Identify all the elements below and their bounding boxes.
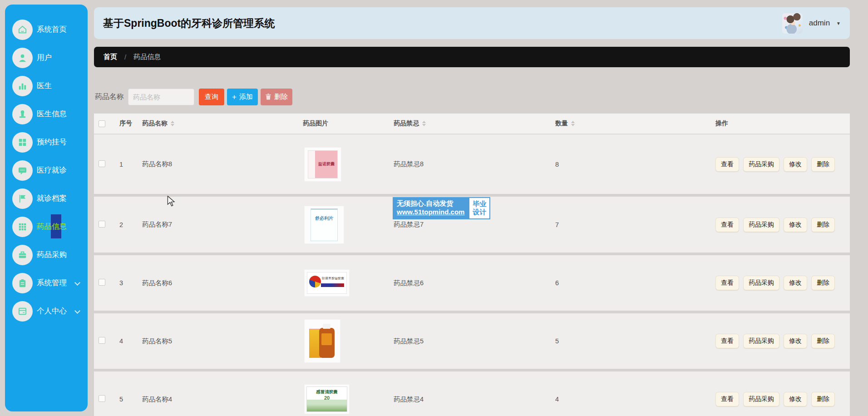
sidebar-item-label: 医生 bbox=[37, 81, 52, 91]
sidebar-item-home[interactable]: 系统首页 bbox=[5, 15, 88, 44]
edit-button[interactable]: 修改 bbox=[784, 157, 807, 172]
sort-arrows-icon[interactable] bbox=[422, 121, 426, 126]
watermark-ad: 无须担心.自动发货 www.51topmind.com 毕业 设计 bbox=[393, 197, 490, 219]
edit-button[interactable]: 修改 bbox=[784, 392, 807, 406]
sidebar-item-label: 个人中心 bbox=[37, 306, 67, 316]
sidebar-item-medicine-purchase[interactable]: 药品采购 bbox=[5, 241, 88, 269]
cell-taboo: 药品禁忌4 bbox=[394, 395, 555, 404]
view-button[interactable]: 查看 bbox=[715, 392, 739, 406]
grid-3x3-icon bbox=[12, 217, 33, 237]
username: admin bbox=[809, 19, 830, 28]
cell-taboo: 药品禁忌7 bbox=[394, 220, 555, 229]
trash-icon bbox=[265, 93, 271, 101]
sidebar-item-label: 系统首页 bbox=[37, 25, 67, 35]
purchase-button[interactable]: 药品采购 bbox=[743, 157, 779, 172]
view-button[interactable]: 查看 bbox=[715, 334, 739, 348]
sidebar-item-doctor-info[interactable]: 医生信息 bbox=[5, 100, 88, 128]
delete-row-button[interactable]: 删除 bbox=[811, 334, 835, 348]
sidebar-item-medicine-info[interactable]: 药品信息 bbox=[5, 213, 88, 241]
chat-icon bbox=[12, 160, 33, 181]
purchase-button[interactable]: 药品采购 bbox=[743, 218, 779, 232]
delete-row-button[interactable]: 删除 bbox=[811, 218, 835, 232]
caret-down-icon: ▼ bbox=[836, 21, 841, 26]
breadcrumb-home-link[interactable]: 首页 bbox=[104, 53, 117, 61]
cell-quantity: 5 bbox=[555, 337, 715, 345]
cell-taboo: 药品禁忌8 bbox=[394, 160, 555, 168]
sidebar-item-label: 系统管理 bbox=[37, 278, 67, 288]
flag-icon bbox=[12, 188, 33, 209]
cell-name: 药品名称6 bbox=[142, 279, 303, 287]
plus-icon: + bbox=[232, 93, 237, 101]
filter-bar: 药品名称 查询 + 添加 删除 bbox=[95, 89, 292, 105]
sidebar-item-label: 药品信息 bbox=[37, 222, 67, 232]
sidebar-item-appointments[interactable]: 预约挂号 bbox=[5, 128, 88, 156]
purchase-button[interactable]: 药品采购 bbox=[743, 392, 779, 406]
edit-button[interactable]: 修改 bbox=[784, 276, 807, 290]
table-row: 5 药品名称4 感冒清胶囊 20 药品禁忌4 4 查看 药品采购 修改 删除 bbox=[94, 371, 850, 416]
doctor-icon bbox=[12, 104, 33, 124]
sort-arrows-icon[interactable] bbox=[171, 121, 174, 126]
search-button[interactable]: 查询 bbox=[199, 89, 224, 105]
filter-label: 药品名称 bbox=[95, 92, 124, 102]
cell-taboo: 药品禁忌5 bbox=[394, 337, 555, 346]
grid-2x2-icon bbox=[12, 132, 33, 153]
delete-button[interactable]: 删除 bbox=[261, 89, 292, 105]
clipboard-icon bbox=[12, 273, 33, 293]
sidebar-item-label: 医生信息 bbox=[37, 109, 67, 119]
cell-name: 药品名称8 bbox=[142, 160, 303, 168]
cell-quantity: 4 bbox=[555, 396, 715, 403]
cell-quantity: 7 bbox=[555, 221, 715, 228]
table-header: 序号 药品名称 药品图片 药品禁忌 数量 操作 bbox=[94, 114, 850, 134]
delete-row-button[interactable]: 删除 bbox=[811, 157, 835, 172]
cell-index: 5 bbox=[119, 396, 142, 403]
product-image: 益诺胶囊 bbox=[305, 148, 341, 181]
sidebar-item-personal-center[interactable]: 个人中心 bbox=[5, 297, 88, 325]
id-card-icon bbox=[12, 301, 33, 322]
row-checkbox[interactable] bbox=[99, 395, 105, 402]
column-header-index: 序号 bbox=[119, 119, 142, 128]
watermark-badge: 毕业 设计 bbox=[469, 197, 490, 219]
home-icon bbox=[12, 20, 33, 40]
chevron-down-icon bbox=[74, 308, 80, 314]
row-checkbox[interactable] bbox=[99, 337, 105, 344]
column-header-taboo[interactable]: 药品禁忌 bbox=[394, 119, 555, 128]
purchase-button[interactable]: 药品采购 bbox=[743, 334, 779, 348]
delete-row-button[interactable]: 删除 bbox=[811, 276, 835, 290]
user-menu[interactable]: admin ▼ bbox=[782, 13, 841, 34]
select-all-checkbox[interactable] bbox=[99, 120, 105, 127]
top-header: 基于SpringBoot的牙科诊所管理系统 admin ▼ bbox=[94, 7, 850, 39]
sort-arrows-icon[interactable] bbox=[571, 121, 575, 126]
sidebar-item-label: 预约挂号 bbox=[37, 137, 67, 147]
product-image: 舒必利片 bbox=[305, 206, 344, 243]
delete-row-button[interactable]: 删除 bbox=[811, 392, 835, 406]
view-button[interactable]: 查看 bbox=[715, 157, 739, 172]
purchase-button[interactable]: 药品采购 bbox=[743, 276, 779, 290]
column-header-image: 药品图片 bbox=[303, 119, 394, 128]
column-header-name[interactable]: 药品名称 bbox=[142, 119, 303, 128]
sidebar-item-system-management[interactable]: 系统管理 bbox=[5, 269, 88, 297]
add-button[interactable]: + 添加 bbox=[227, 89, 258, 105]
sidebar-item-doctors[interactable]: 医生 bbox=[5, 72, 88, 100]
product-image: 感冒清胶囊 20 bbox=[305, 385, 349, 414]
row-checkbox[interactable] bbox=[99, 221, 105, 228]
row-checkbox[interactable] bbox=[99, 160, 105, 167]
briefcase-icon bbox=[12, 245, 33, 265]
row-checkbox[interactable] bbox=[99, 279, 105, 286]
medicine-name-input[interactable] bbox=[128, 89, 194, 105]
sidebar-item-label: 就诊档案 bbox=[37, 193, 67, 203]
view-button[interactable]: 查看 bbox=[715, 276, 739, 290]
sidebar-item-medical-visits[interactable]: 医疗就诊 bbox=[5, 156, 88, 184]
edit-button[interactable]: 修改 bbox=[784, 334, 807, 348]
avatar[interactable] bbox=[782, 13, 803, 34]
sidebar-item-users[interactable]: 用户 bbox=[5, 44, 88, 72]
cell-name: 药品名称4 bbox=[142, 395, 303, 404]
edit-button[interactable]: 修改 bbox=[784, 218, 807, 232]
sidebar-item-visit-records[interactable]: 就诊档案 bbox=[5, 184, 88, 213]
bar-chart-icon bbox=[12, 76, 33, 96]
column-header-quantity[interactable]: 数量 bbox=[555, 119, 715, 128]
table-row: 4 药品名称5 药品禁忌5 5 查看 药品采购 修改 删除 bbox=[94, 313, 850, 369]
product-image: 软体果胶铋胶囊 bbox=[305, 270, 349, 296]
view-button[interactable]: 查看 bbox=[715, 218, 739, 232]
cell-quantity: 8 bbox=[555, 161, 715, 168]
sidebar: 系统首页 用户 医生 医生信息 预约挂号 医疗就诊 就诊档案 bbox=[5, 5, 88, 411]
